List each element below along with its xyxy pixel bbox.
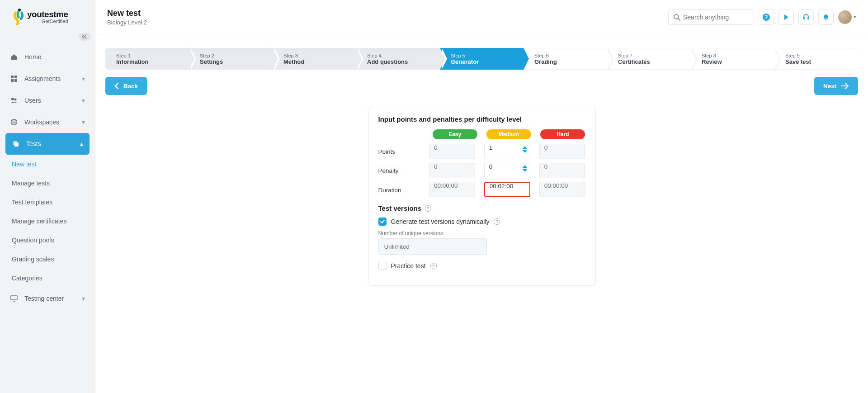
sidebar-submenu-tests: New test Manage tests Test templates Man… — [12, 155, 95, 288]
home-icon — [10, 53, 18, 61]
chevron-left-icon — [114, 83, 119, 89]
points-hard-input[interactable]: 0 — [539, 144, 585, 159]
support-button[interactable] — [798, 9, 814, 25]
logo-subtitle: GetCertified — [27, 19, 68, 24]
wizard-steps: Step 1Information Step 2Settings Step 3M… — [105, 48, 858, 70]
search-box[interactable] — [668, 9, 754, 25]
sidebar-item-label: Home — [24, 53, 41, 61]
sidebar-sub-test-templates[interactable]: Test templates — [12, 193, 95, 212]
sidebar-item-tests[interactable]: Tests ▴ — [5, 133, 90, 155]
dynamic-versions-label: Generate test versions dynamically — [391, 218, 490, 225]
sidebar-sub-manage-certificates[interactable]: Manage certificates — [12, 212, 95, 231]
points-easy-input[interactable]: 0 — [429, 144, 475, 159]
duration-medium-input[interactable]: 00:02:00 — [484, 182, 530, 197]
arrow-right-icon — [841, 83, 849, 89]
step-save-test[interactable]: Step 9Save test — [774, 48, 858, 70]
sidebar-sub-new-test[interactable]: New test — [12, 155, 95, 174]
row-label-duration: Duration — [378, 187, 429, 197]
notifications-button[interactable] — [818, 9, 834, 25]
main: New test Biology Level 2 ? ▾ St — [95, 0, 868, 393]
sidebar-item-testing-center[interactable]: Testing center ▾ — [0, 288, 95, 309]
users-icon — [10, 96, 18, 104]
bell-icon — [822, 14, 830, 21]
step-certificates[interactable]: Step 7Certificates — [607, 48, 691, 70]
sidebar-sub-question-pools[interactable]: Question pools — [12, 231, 95, 250]
logo-mark-icon — [13, 8, 24, 25]
svg-rect-10 — [11, 296, 17, 300]
svg-text:?: ? — [764, 14, 768, 20]
user-menu[interactable]: ▾ — [838, 10, 856, 24]
svg-point-16 — [826, 19, 827, 20]
practice-test-checkbox[interactable] — [378, 262, 387, 270]
chevron-down-icon: ▾ — [82, 118, 85, 126]
sidebar-header: youtestme GetCertified — [0, 0, 95, 29]
help-button[interactable]: ? — [759, 9, 774, 25]
sidebar-item-home[interactable]: Home — [0, 46, 95, 68]
monitor-icon — [10, 294, 18, 303]
generator-card: Input points and penalties per difficult… — [368, 107, 596, 286]
sidebar-item-label: Users — [24, 97, 41, 104]
sidebar-sub-manage-tests[interactable]: Manage tests — [12, 174, 95, 193]
spinner-down-icon[interactable] — [523, 150, 527, 153]
page-title: New test — [107, 9, 147, 18]
info-icon[interactable]: ? — [425, 205, 431, 212]
step-review[interactable]: Step 8Review — [691, 48, 774, 70]
penalty-easy-input[interactable]: 0 — [429, 163, 475, 178]
sidebar-item-workspaces[interactable]: Workspaces ▾ — [0, 111, 95, 133]
sidebar-item-label: Workspaces — [24, 118, 59, 126]
step-add-questions[interactable]: Step 4Add questions — [356, 48, 440, 70]
play-button[interactable] — [778, 9, 794, 25]
sidebar-sub-categories[interactable]: Categories — [12, 269, 95, 288]
sidebar-item-label: Testing center — [24, 295, 64, 302]
info-icon[interactable]: ? — [430, 263, 437, 269]
spinner[interactable] — [523, 165, 527, 172]
sidebar-item-assignments[interactable]: Assignments ▾ — [0, 68, 95, 90]
svg-point-6 — [14, 99, 17, 101]
duration-hard-input[interactable]: 00:00:00 — [539, 182, 585, 197]
spinner[interactable] — [523, 146, 527, 153]
spinner-up-icon[interactable] — [523, 165, 527, 168]
info-icon[interactable]: ? — [494, 218, 500, 225]
headset-icon — [802, 14, 810, 21]
spinner-down-icon[interactable] — [523, 169, 527, 172]
svg-rect-1 — [11, 76, 14, 78]
back-button[interactable]: Back — [105, 77, 147, 95]
chevron-down-icon: ▾ — [854, 14, 856, 20]
spinner-up-icon[interactable] — [523, 146, 527, 149]
penalty-medium-input[interactable]: 0 — [484, 163, 530, 178]
sidebar-item-label: Assignments — [24, 75, 61, 82]
chevron-up-icon: ▴ — [80, 140, 83, 147]
step-method[interactable]: Step 3Method — [273, 48, 356, 70]
globe-icon — [10, 118, 18, 126]
step-information[interactable]: Step 1Information — [105, 48, 189, 70]
svg-rect-2 — [14, 76, 17, 78]
step-grading[interactable]: Step 6Grading — [524, 48, 607, 70]
step-generator[interactable]: Step 5Generator — [440, 48, 524, 70]
search-input[interactable] — [683, 14, 762, 21]
grid-icon — [10, 75, 18, 83]
sidebar: youtestme GetCertified Home Assignments … — [0, 0, 95, 393]
sidebar-sub-grading-scales[interactable]: Grading scales — [12, 250, 95, 269]
sidebar-collapse-button[interactable] — [79, 33, 90, 41]
penalty-hard-input[interactable]: 0 — [539, 163, 585, 178]
chevron-down-icon: ▾ — [82, 295, 85, 302]
page-title-block: New test Biology Level 2 — [107, 9, 147, 26]
difficulty-pill-easy: Easy — [433, 129, 477, 139]
duration-easy-input[interactable]: 00:00:00 — [429, 182, 475, 197]
next-button[interactable]: Next — [814, 77, 858, 95]
sidebar-nav: Home Assignments ▾ Users ▾ Workspaces ▾ … — [0, 46, 95, 393]
points-medium-input[interactable]: 1 — [484, 144, 530, 159]
dynamic-versions-checkbox[interactable] — [378, 218, 387, 226]
row-label-points: Points — [378, 148, 429, 155]
content-area: Step 1Information Step 2Settings Step 3M… — [95, 34, 868, 393]
card-heading: Input points and penalties per difficult… — [378, 115, 585, 123]
logo-brand-text: youtestme — [27, 9, 68, 19]
chevron-down-icon: ▾ — [82, 75, 85, 82]
practice-test-label: Practice test — [391, 262, 426, 270]
avatar — [838, 10, 852, 24]
versions-heading: Test versions — [378, 204, 422, 212]
step-settings[interactable]: Step 2Settings — [189, 48, 273, 70]
unique-versions-input[interactable]: Unlimited — [378, 238, 487, 255]
sidebar-item-users[interactable]: Users ▾ — [0, 90, 95, 111]
logo[interactable]: youtestme GetCertified — [13, 8, 87, 25]
